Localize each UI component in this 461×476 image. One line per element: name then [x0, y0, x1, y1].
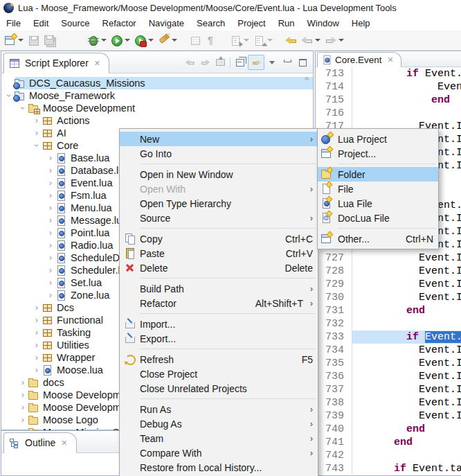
- menubar-item-navigate[interactable]: Navigate: [143, 17, 190, 30]
- context-menu-item-close-unrelated-projects[interactable]: Close Unrelated Projects: [120, 381, 318, 396]
- context-menu-item-build-path[interactable]: Build Path›: [120, 281, 318, 296]
- expander-closed-icon[interactable]: ›: [46, 228, 55, 238]
- back-view-button[interactable]: [183, 57, 196, 68]
- expander-closed-icon[interactable]: ›: [18, 390, 28, 400]
- tree-item-moose-development[interactable]: ›Moose Development: [1, 102, 313, 114]
- save-all-button[interactable]: [42, 33, 57, 48]
- close-script-explorer-icon[interactable]: ✕: [94, 59, 100, 68]
- expander-closed-icon[interactable]: ›: [46, 191, 55, 200]
- expander-closed-icon[interactable]: ›: [32, 340, 42, 350]
- context-menu-item-refactor[interactable]: RefactorAlt+Shift+T›: [120, 296, 318, 310]
- new-submenu-item-project[interactable]: Project...: [318, 146, 438, 161]
- context-menu-item-import[interactable]: Import...: [120, 317, 318, 331]
- link-with-editor-button[interactable]: [248, 55, 264, 70]
- context-menu-item-team[interactable]: Team›: [120, 431, 318, 446]
- context-menu-item-open-type-hierarchy[interactable]: Open Type Hierarchy: [120, 196, 318, 211]
- context-menu-item-refresh[interactable]: RefreshF5: [120, 352, 318, 367]
- new-submenu: Lua ProjectProject...FolderFileLua File@…: [317, 128, 439, 249]
- new-submenu-item-lua-project[interactable]: Lua Project: [318, 132, 438, 146]
- menubar-item-file[interactable]: File: [0, 17, 27, 30]
- tree-item-dcs-caucasus-missions[interactable]: DCS_Caucasus_Missions: [1, 77, 313, 89]
- context-menu-item-compare-with[interactable]: Compare With›: [120, 446, 318, 460]
- expander-closed-icon[interactable]: ›: [32, 116, 42, 125]
- menubar-item-help[interactable]: Help: [345, 17, 377, 30]
- tree-item-actions[interactable]: ›Actions: [1, 114, 313, 127]
- expander-closed-icon[interactable]: ›: [32, 365, 42, 375]
- forward-button[interactable]: [323, 33, 345, 48]
- context-menu-item-paste[interactable]: PasteCtrl+V: [120, 246, 318, 261]
- new-submenu-item-file[interactable]: File: [318, 182, 438, 196]
- context-menu-item-close-project[interactable]: Close Project: [120, 367, 318, 381]
- back-button[interactable]: [300, 33, 322, 48]
- expander-closed-icon[interactable]: ›: [46, 253, 55, 263]
- tab-core-event[interactable]: Core.Event ✕: [317, 52, 401, 67]
- minimize-view-button[interactable]: [280, 55, 295, 69]
- expander-closed-icon[interactable]: ›: [32, 303, 42, 312]
- context-menu-item-open-in-new-window[interactable]: Open in New Window: [120, 167, 318, 182]
- new-wizard-button[interactable]: [3, 33, 25, 48]
- new-submenu-item-lua-file[interactable]: Lua File: [318, 196, 438, 211]
- expander-open-icon[interactable]: ›: [18, 103, 28, 113]
- maximize-view-button[interactable]: [295, 55, 310, 69]
- expander-open-icon[interactable]: ›: [32, 141, 42, 150]
- view-menu-button[interactable]: [264, 55, 280, 69]
- expander-closed-icon[interactable]: ›: [32, 128, 42, 138]
- menubar-item-project[interactable]: Project: [231, 17, 271, 30]
- previous-annotation-button[interactable]: [252, 33, 274, 48]
- expander-closed-icon[interactable]: ›: [46, 215, 55, 225]
- menubar-item-refactor[interactable]: Refactor: [96, 17, 143, 30]
- context-menu-item-restore-from-local-history[interactable]: Restore from Local History...: [120, 460, 318, 475]
- block-selection-button[interactable]: [188, 33, 203, 48]
- forward-view-button[interactable]: [199, 57, 211, 68]
- expander-closed-icon[interactable]: ›: [46, 153, 55, 163]
- next-annotation-button[interactable]: [228, 33, 251, 48]
- new-submenu-item-doclua-file[interactable]: @DocLua File: [318, 211, 438, 225]
- expander-closed-icon[interactable]: ›: [46, 203, 55, 213]
- menubar-item-source[interactable]: Source: [55, 17, 96, 30]
- expander-closed-icon[interactable]: ›: [46, 240, 55, 250]
- menubar-item-search[interactable]: Search: [190, 17, 231, 30]
- new-submenu-item-folder[interactable]: Folder: [318, 167, 438, 182]
- menu-icon-spacer: [123, 461, 140, 473]
- context-menu-item-copy[interactable]: CopyCtrl+C: [120, 231, 318, 246]
- expander-open-icon[interactable]: ›: [4, 91, 14, 100]
- expander-closed-icon[interactable]: ›: [18, 378, 28, 387]
- expander-closed-icon[interactable]: ›: [32, 328, 42, 337]
- new-submenu-item-other[interactable]: Other...Ctrl+N: [318, 231, 438, 246]
- expander-closed-icon[interactable]: ›: [32, 353, 42, 362]
- tab-outline[interactable]: Outline ✕: [3, 432, 77, 453]
- go-up-button[interactable]: [213, 55, 228, 69]
- context-menu-item-debug-as[interactable]: Debug As›: [120, 416, 318, 431]
- expander-closed-icon[interactable]: ›: [18, 415, 28, 425]
- expander-closed-icon[interactable]: ›: [46, 178, 55, 188]
- context-menu-item-run-as[interactable]: Run As›: [120, 402, 318, 416]
- context-menu-item-go-into[interactable]: Go Into: [120, 146, 318, 161]
- last-edit-location-button[interactable]: [284, 33, 298, 48]
- tree-item-moose-framework[interactable]: ›Moose_Framework: [1, 89, 313, 102]
- close-outline-icon[interactable]: ✕: [61, 439, 67, 448]
- menu-separator: [140, 313, 316, 314]
- collapse-all-button[interactable]: [233, 55, 248, 69]
- tree-scrollbar-up-icon[interactable]: [304, 76, 309, 80]
- expander-closed-icon[interactable]: ›: [46, 265, 55, 275]
- menubar-item-edit[interactable]: Edit: [27, 17, 55, 30]
- save-button[interactable]: [26, 33, 41, 48]
- expander-closed-icon[interactable]: ›: [18, 403, 28, 412]
- context-menu-item-new[interactable]: New›: [120, 132, 318, 146]
- context-menu-item-source[interactable]: Source›: [120, 211, 318, 225]
- debug-button[interactable]: [86, 33, 108, 48]
- external-tools-button[interactable]: [156, 33, 179, 48]
- expander-closed-icon[interactable]: ›: [46, 166, 55, 175]
- expander-closed-icon[interactable]: ›: [46, 278, 55, 288]
- show-whitespace-button[interactable]: ¶: [204, 33, 219, 48]
- close-editor-tab-icon[interactable]: ✕: [388, 55, 394, 64]
- expander-closed-icon[interactable]: ›: [32, 315, 42, 325]
- menubar-item-run[interactable]: Run: [272, 17, 301, 30]
- tab-script-explorer[interactable]: Script Explorer ✕: [3, 53, 109, 73]
- run-button[interactable]: [109, 33, 132, 48]
- expander-closed-icon[interactable]: ›: [46, 290, 55, 300]
- menubar-item-window[interactable]: Window: [301, 17, 345, 30]
- run-last-tool-button[interactable]: [133, 33, 155, 48]
- context-menu-item-delete[interactable]: DeleteDelete: [120, 261, 318, 275]
- context-menu-item-export[interactable]: Export...: [120, 331, 318, 346]
